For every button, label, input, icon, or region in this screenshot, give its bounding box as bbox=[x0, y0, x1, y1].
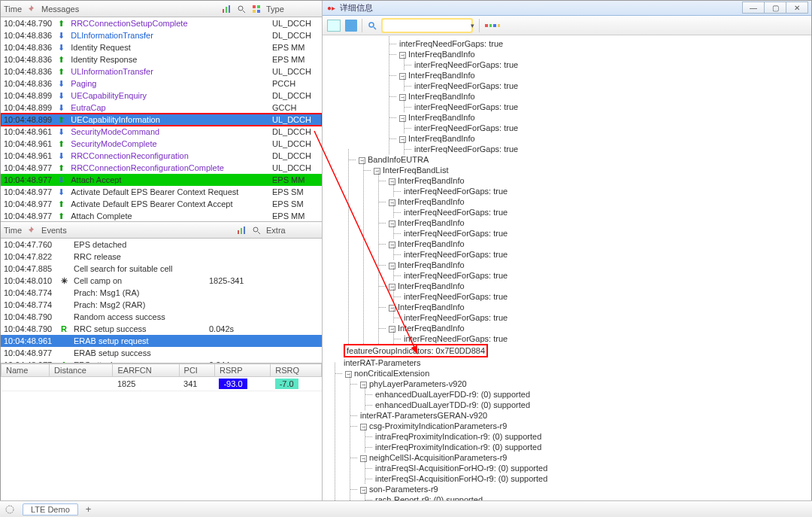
message-link[interactable]: Identity Response bbox=[71, 55, 137, 64]
tree-toggle[interactable]: − bbox=[360, 455, 367, 462]
table-row[interactable]: 10:04:48.977 ⬆ RRCConnectionReconfigurat… bbox=[1, 162, 322, 174]
table-row[interactable]: 10:04:48.790 ⬆ RRCConnectionSetupComplet… bbox=[1, 17, 322, 29]
col-distance[interactable]: Distance bbox=[50, 364, 113, 377]
message-link[interactable]: Activate Default EPS Bearer Context Requ… bbox=[71, 187, 238, 196]
tree-label[interactable]: interFreqProximityIndication-r9: (0) sup… bbox=[375, 442, 541, 452]
table-row[interactable]: 1825 341 -93.0 -7.0 bbox=[2, 377, 322, 391]
table-row[interactable]: 10:04:48.977 ⬇ Attach Accept EPS MM bbox=[1, 174, 322, 186]
tree-toggle[interactable]: − bbox=[389, 326, 395, 333]
tree-label[interactable]: InterFreqBandInfo bbox=[398, 303, 465, 312]
chart-icon[interactable] bbox=[221, 4, 232, 14]
tree-label[interactable]: son-Parameters-r9 bbox=[369, 485, 438, 494]
clipboard-icon[interactable] bbox=[345, 20, 357, 32]
tree-label[interactable]: intraFreqSI-AcquisitionForHO-r9: (0) sup… bbox=[375, 464, 547, 473]
chart-icon[interactable] bbox=[236, 225, 247, 236]
message-link[interactable]: Activate Default EPS Bearer Context Acce… bbox=[71, 199, 232, 208]
tree-label[interactable]: interFreqNeedForGaps: true bbox=[404, 334, 508, 343]
message-link[interactable]: RRCConnectionSetupComplete bbox=[71, 19, 187, 28]
tree-label[interactable]: interRAT-ParametersGERAN-v920 bbox=[360, 411, 487, 420]
table-row[interactable]: 10:04:48.836 ⬆ ULInformationTransfer UL_… bbox=[1, 65, 322, 78]
tree-label[interactable]: interFreqNeedForGaps: true bbox=[414, 144, 518, 154]
table-row[interactable]: 10:04:48.836 ⬇ DLInformationTransfer DL_… bbox=[1, 29, 322, 41]
feature-group-indicators[interactable]: featureGroupIndicators: 0x7E0DD884 bbox=[344, 344, 488, 357]
col-rsrp[interactable]: RSRP bbox=[214, 364, 270, 377]
table-row[interactable]: 10:04:47.885 Cell search for suitable ce… bbox=[1, 263, 322, 275]
tree-toggle[interactable]: − bbox=[399, 73, 406, 80]
pin-icon[interactable] bbox=[26, 225, 37, 236]
table-row[interactable]: 10:04:48.961 ⬆ SecurityModeComplete UL_D… bbox=[1, 138, 322, 150]
table-row[interactable]: 10:04:48.010 ✳ Cell camp on 1825-341 bbox=[1, 275, 322, 287]
tree-label[interactable]: InterFreqBandInfo bbox=[398, 260, 465, 269]
tree-label[interactable]: interFreqNeedForGaps: true bbox=[404, 208, 508, 217]
tree-toggle[interactable]: − bbox=[389, 305, 395, 312]
tree-toggle[interactable]: − bbox=[360, 424, 367, 430]
col-rsrq[interactable]: RSRQ bbox=[271, 364, 322, 377]
tree-toggle[interactable]: − bbox=[345, 371, 352, 378]
table-row[interactable]: 10:04:48.977 ⬆ Attach Complete EPS MM bbox=[1, 210, 322, 222]
col-events[interactable]: Events bbox=[41, 226, 67, 235]
tree-toggle[interactable]: − bbox=[389, 199, 395, 206]
message-link[interactable]: UECapabilityInformation bbox=[71, 115, 160, 124]
tree-label[interactable]: interFreqSI-AcquisitionForHO-r9: (0) sup… bbox=[375, 474, 547, 483]
search-input[interactable] bbox=[382, 19, 472, 32]
table-row[interactable]: 10:04:48.977 ⬇ Activate Default EPS Bear… bbox=[1, 186, 322, 198]
message-link[interactable]: Paging bbox=[71, 79, 96, 88]
tree-toggle[interactable]: − bbox=[360, 382, 367, 388]
tree-label[interactable]: interFreqNeedForGaps: true bbox=[404, 229, 508, 238]
table-row[interactable]: 10:04:48.899 ⬇ EutraCap GCCH bbox=[1, 102, 322, 114]
tree-label[interactable]: InterFreqBandInfo bbox=[398, 239, 465, 248]
tree-label[interactable]: enhancedDualLayerTDD-r9: (0) supported bbox=[375, 400, 530, 409]
message-link[interactable]: ULInformationTransfer bbox=[71, 67, 153, 76]
table-row[interactable]: 10:04:48.977 ⬆ Activate Default EPS Bear… bbox=[1, 198, 322, 210]
tab-add[interactable]: + bbox=[86, 503, 92, 515]
tree-toggle[interactable]: − bbox=[399, 94, 406, 101]
tree-label[interactable]: interFreqNeedForGaps: true bbox=[414, 123, 518, 132]
tree-toggle[interactable]: − bbox=[389, 178, 395, 185]
tab-lte-demo[interactable]: LTE Demo bbox=[23, 503, 78, 515]
message-link[interactable]: Attach Accept bbox=[71, 175, 121, 184]
detail-grid[interactable]: Name Distance EARFCN PCI RSRP RSRQ 1825 … bbox=[1, 363, 322, 516]
detail-title-bar[interactable]: ●▸ 详细信息 — ▢ ✕ bbox=[323, 1, 811, 16]
tree-label[interactable]: InterFreqBandInfo bbox=[408, 134, 475, 143]
message-link[interactable]: RRCConnectionReconfiguration bbox=[71, 151, 189, 160]
message-link[interactable]: RRCConnectionReconfigurationComplete bbox=[71, 163, 224, 172]
tree-label[interactable]: nonCriticalExtension bbox=[354, 369, 429, 378]
grid-icon[interactable] bbox=[251, 4, 262, 14]
message-link[interactable]: EutraCap bbox=[71, 103, 105, 112]
table-row[interactable]: 10:04:48.790 Random access success bbox=[1, 311, 322, 323]
tree-label[interactable]: interFreqNeedForGaps: true bbox=[404, 292, 508, 301]
table-row[interactable]: 10:04:48.961 ⬇ SecurityModeCommand DL_DC… bbox=[1, 126, 322, 138]
pin-icon[interactable] bbox=[26, 4, 37, 14]
col-extra[interactable]: Extra bbox=[266, 226, 319, 235]
search-icon[interactable] bbox=[236, 4, 247, 14]
tree-label[interactable]: InterFreqBandList bbox=[383, 166, 448, 175]
tree-label[interactable]: interRAT-Parameters bbox=[344, 358, 421, 367]
tree-label[interactable]: intraFreqProximityIndication-r9: (0) sup… bbox=[375, 432, 541, 441]
table-row[interactable]: 10:04:48.774 Prach: Msg2 (RAR) bbox=[1, 299, 322, 311]
close-button[interactable]: ✕ bbox=[786, 2, 808, 14]
table-row[interactable]: 10:04:48.899 ⬇ UECapabilityEnquiry DL_DC… bbox=[1, 90, 322, 102]
table-row[interactable]: 10:04:47.760 EPS detached bbox=[1, 239, 322, 251]
tree-label[interactable]: InterFreqBandInfo bbox=[408, 113, 475, 122]
tree-label[interactable]: InterFreqBandInfo bbox=[408, 71, 475, 80]
window-icon[interactable] bbox=[327, 20, 341, 32]
tree-label[interactable]: interFreqNeedForGaps: true bbox=[404, 187, 508, 196]
tree-toggle[interactable]: − bbox=[389, 263, 395, 269]
col-type[interactable]: Type bbox=[266, 5, 319, 14]
message-link[interactable]: Attach Complete bbox=[71, 211, 132, 220]
tree-toggle[interactable]: − bbox=[399, 52, 406, 59]
col-time[interactable]: Time bbox=[4, 226, 22, 235]
table-row[interactable]: 10:04:48.961 ERAB setup request bbox=[1, 335, 322, 347]
tree-toggle[interactable]: − bbox=[399, 115, 406, 122]
tree-label[interactable]: enhancedDualLayerFDD-r9: (0) supported bbox=[375, 390, 530, 399]
tree-toggle[interactable]: − bbox=[399, 136, 406, 143]
tree-label[interactable]: BandInfoEUTRA bbox=[368, 155, 429, 164]
table-row[interactable]: 10:04:47.822 RRC release bbox=[1, 251, 322, 263]
message-link[interactable]: SecurityModeComplete bbox=[71, 139, 156, 148]
tree-label[interactable]: InterFreqBandInfo bbox=[408, 92, 475, 101]
messages-table[interactable]: 10:04:48.790 ⬆ RRCConnectionSetupComplet… bbox=[1, 17, 322, 222]
search-icon[interactable] bbox=[367, 20, 377, 31]
tree-label[interactable]: interFreqNeedForGaps: true bbox=[399, 39, 503, 48]
tree-label[interactable]: interFreqNeedForGaps: true bbox=[404, 271, 508, 280]
message-link[interactable]: DLInformationTransfer bbox=[71, 31, 153, 40]
